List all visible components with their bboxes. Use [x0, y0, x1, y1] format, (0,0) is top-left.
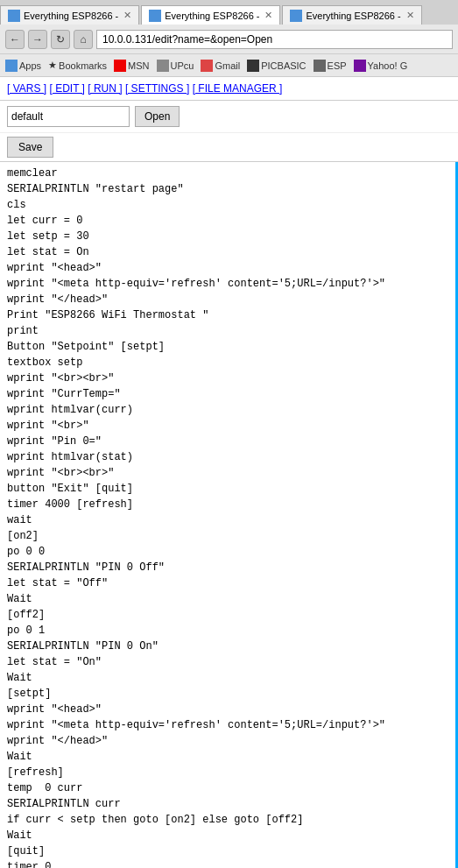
- home-button[interactable]: ⌂: [74, 30, 93, 49]
- code-editor[interactable]: memclear SERIALPRINTLN "restart page" cl…: [0, 162, 458, 868]
- bookmark-esp[interactable]: ESP: [314, 60, 347, 72]
- bookmark-picbasic[interactable]: PICBASIC: [247, 60, 306, 72]
- tab-label-2: Everything ESP8266 -: [165, 11, 259, 21]
- address-bar[interactable]: [96, 30, 453, 49]
- bookmark-gmail-label: Gmail: [215, 60, 240, 71]
- picbasic-icon: [247, 60, 259, 72]
- gmail-icon: [201, 60, 213, 72]
- tab-label-1: Everything ESP8266 -: [24, 11, 118, 21]
- bookmark-msn[interactable]: MSN: [114, 60, 149, 72]
- browser-tab-1[interactable]: Everything ESP8266 - ✕: [0, 5, 139, 25]
- nav-vars[interactable]: [ VARS ]: [7, 82, 46, 95]
- apps-icon: [5, 60, 18, 72]
- forward-button[interactable]: →: [28, 30, 47, 49]
- bookmark-picbasic-label: PICBASIC: [261, 60, 306, 71]
- bookmark-gmail[interactable]: Gmail: [201, 60, 240, 72]
- tab-favicon-3: [290, 10, 302, 22]
- browser-toolbar: ← → ↻ ⌂: [0, 25, 458, 54]
- msn-icon: [114, 60, 126, 72]
- esp-icon: [314, 60, 326, 72]
- tab-favicon-1: [8, 10, 20, 22]
- nav-menu: [ VARS ] [ EDIT ] [ RUN ] [ SETTINGS ] […: [0, 77, 458, 101]
- bookmark-bookmarks[interactable]: ★ Bookmarks: [48, 60, 107, 71]
- back-button[interactable]: ←: [5, 30, 25, 49]
- bookmark-msn-label: MSN: [128, 60, 149, 71]
- tab-label-3: Everything ESP8266 -: [306, 11, 400, 21]
- tab-close-3[interactable]: ✕: [406, 10, 414, 21]
- nav-edit[interactable]: [ EDIT ]: [49, 82, 84, 95]
- upcu-icon: [157, 60, 169, 72]
- browser-tab-3[interactable]: Everything ESP8266 - ✕: [282, 5, 421, 25]
- bookmark-apps[interactable]: Apps: [5, 60, 41, 72]
- save-section: Save: [0, 133, 458, 162]
- open-section: Open: [0, 101, 458, 133]
- yahoo-icon: [354, 60, 366, 72]
- tab-close-1[interactable]: ✕: [123, 10, 131, 21]
- app-container: [ VARS ] [ EDIT ] [ RUN ] [ SETTINGS ] […: [0, 77, 458, 868]
- bookmark-yahoo[interactable]: Yahoo! G: [354, 60, 408, 72]
- browser-tabs: Everything ESP8266 - ✕ Everything ESP826…: [0, 0, 458, 25]
- nav-settings[interactable]: [ SETTINGS ]: [125, 82, 189, 95]
- save-button[interactable]: Save: [7, 137, 53, 158]
- bookmark-bookmarks-label: Bookmarks: [59, 60, 107, 71]
- bookmark-apps-label: Apps: [19, 60, 41, 71]
- refresh-button[interactable]: ↻: [51, 30, 70, 49]
- nav-file-manager[interactable]: [ FILE MANAGER ]: [193, 82, 283, 95]
- bookmark-yahoo-label: Yahoo! G: [368, 60, 408, 71]
- bookmark-esp-label: ESP: [328, 60, 347, 71]
- tab-favicon-2: [149, 10, 161, 22]
- bookmark-upcu[interactable]: UPcu: [157, 60, 194, 72]
- nav-run[interactable]: [ RUN ]: [88, 82, 122, 95]
- browser-tab-2[interactable]: Everything ESP8266 - ✕: [141, 5, 280, 25]
- bookmarks-bar: Apps ★ Bookmarks MSN UPcu Gmail PICBASIC…: [0, 54, 458, 77]
- tab-close-2[interactable]: ✕: [264, 10, 272, 21]
- filename-input[interactable]: [7, 106, 130, 127]
- open-button[interactable]: Open: [135, 106, 180, 127]
- bookmark-upcu-label: UPcu: [171, 60, 194, 71]
